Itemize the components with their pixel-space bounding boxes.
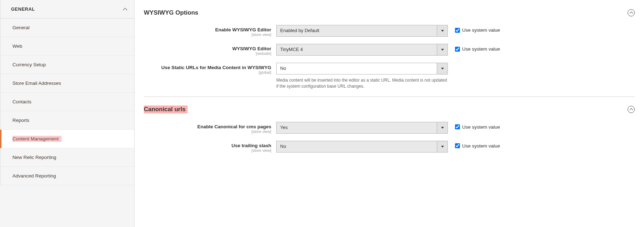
sidebar-section-header[interactable]: GENERAL — [0, 0, 134, 19]
chevron-down-icon — [437, 63, 447, 74]
sidebar-item-contacts[interactable]: Contacts — [0, 93, 134, 111]
label-col: Use Static URLs for Media Content in WYS… — [144, 63, 276, 74]
field-label: Use Static URLs for Media Content in WYS… — [144, 65, 271, 70]
field-enable-canonical: Enable Canonical for cms pages [store vi… — [144, 122, 635, 134]
collapse-icon — [628, 9, 635, 16]
field-scope: [store view] — [144, 129, 271, 134]
input-col: Yes — [276, 122, 448, 134]
enable-wysiwyg-select: Enabled by Default — [276, 25, 448, 37]
main-content: WYSIWYG Options Enable WYSIWYG Editor [s… — [135, 0, 644, 227]
sidebar-item-general[interactable]: General — [0, 19, 134, 37]
select-value: No — [277, 141, 437, 152]
sys-col: Use system value — [448, 141, 500, 149]
sys-col: Use system value — [448, 44, 500, 52]
chevron-up-icon — [124, 7, 128, 11]
section-wysiwyg: WYSIWYG Options Enable WYSIWYG Editor [s… — [144, 9, 635, 89]
sidebar-item-label: Reports — [12, 118, 29, 123]
sidebar-item-store-email[interactable]: Store Email Addresses — [0, 74, 134, 93]
sys-label[interactable]: Use system value — [462, 46, 500, 52]
sidebar-item-advanced-reporting[interactable]: Advanced Reporting — [0, 167, 134, 185]
field-wysiwyg-editor: WYSIWYG Editor [website] TinyMCE 4 Use s… — [144, 44, 635, 56]
canonical-enable-select: Yes — [276, 122, 448, 134]
sidebar-item-reports[interactable]: Reports — [0, 111, 134, 130]
sidebar-item-label: Advanced Reporting — [12, 173, 56, 179]
sidebar-item-currency-setup[interactable]: Currency Setup — [0, 56, 134, 74]
input-col: Enabled by Default — [276, 25, 448, 37]
chevron-down-icon — [437, 44, 447, 55]
select-value: Yes — [277, 122, 437, 133]
input-col: TinyMCE 4 — [276, 44, 448, 56]
sidebar-item-label: New Relic Reporting — [12, 155, 56, 160]
use-system-checkbox[interactable] — [455, 28, 460, 33]
sys-col: Use system value — [448, 25, 500, 33]
field-scope: [website] — [144, 51, 271, 56]
label-col: Enable Canonical for cms pages [store vi… — [144, 122, 276, 134]
field-scope: [store view] — [144, 148, 271, 153]
input-col: No Media content will be inserted into t… — [276, 63, 448, 89]
use-system-checkbox[interactable] — [455, 124, 460, 129]
section-title: WYSIWYG Options — [144, 9, 198, 16]
collapse-icon — [628, 106, 635, 113]
sidebar-item-label: Web — [12, 43, 22, 49]
field-trailing-slash: Use trailing slash [store view] No Use s… — [144, 141, 635, 153]
field-label: Enable WYSIWYG Editor — [144, 27, 271, 32]
label-col: WYSIWYG Editor [website] — [144, 44, 276, 56]
section-divider — [144, 97, 635, 97]
sys-label[interactable]: Use system value — [462, 143, 500, 149]
sys-label[interactable]: Use system value — [462, 27, 500, 33]
sidebar-item-new-relic[interactable]: New Relic Reporting — [0, 148, 134, 167]
section-header-wysiwyg[interactable]: WYSIWYG Options — [144, 9, 635, 16]
static-urls-select[interactable]: No — [276, 63, 448, 74]
section-header-canonical[interactable]: Canonical urls — [144, 105, 635, 113]
sidebar-item-label: General — [12, 25, 30, 30]
field-label: WYSIWYG Editor — [144, 46, 271, 51]
section-canonical: Canonical urls Enable Canonical for cms … — [144, 105, 635, 153]
select-value: Enabled by Default — [277, 25, 437, 36]
chevron-down-icon — [437, 141, 447, 152]
sidebar-item-content-management[interactable]: Content Management — [0, 130, 134, 148]
sidebar-items: General Web Currency Setup Store Email A… — [0, 19, 134, 185]
sidebar: GENERAL General Web Currency Setup Store… — [0, 0, 135, 227]
chevron-down-icon — [437, 25, 447, 36]
input-col: No — [276, 141, 448, 153]
field-label: Enable Canonical for cms pages — [144, 124, 271, 129]
sidebar-section-title: GENERAL — [11, 6, 35, 12]
field-enable-wysiwyg: Enable WYSIWYG Editor [store view] Enabl… — [144, 25, 635, 37]
select-value: No — [277, 63, 437, 74]
label-col: Enable WYSIWYG Editor [store view] — [144, 25, 276, 37]
sidebar-item-label: Content Management — [12, 136, 62, 142]
sys-label[interactable]: Use system value — [462, 124, 500, 130]
help-text: Media content will be inserted into the … — [276, 77, 448, 89]
sidebar-item-label: Store Email Addresses — [12, 81, 61, 86]
sidebar-item-label: Currency Setup — [12, 62, 46, 67]
trailing-slash-select: No — [276, 141, 448, 153]
select-value: TinyMCE 4 — [277, 44, 437, 55]
use-system-checkbox[interactable] — [455, 143, 460, 148]
sys-col: Use system value — [448, 122, 500, 130]
field-scope: [global] — [144, 70, 271, 74]
label-col: Use trailing slash [store view] — [144, 141, 276, 153]
field-scope: [store view] — [144, 32, 271, 37]
field-static-urls: Use Static URLs for Media Content in WYS… — [144, 63, 635, 89]
sidebar-item-web[interactable]: Web — [0, 37, 134, 56]
field-label: Use trailing slash — [144, 143, 271, 148]
sidebar-item-label: Contacts — [12, 99, 31, 104]
wysiwyg-editor-select: TinyMCE 4 — [276, 44, 448, 56]
use-system-checkbox[interactable] — [455, 47, 460, 52]
section-title: Canonical urls — [144, 105, 188, 113]
chevron-down-icon — [437, 122, 447, 133]
